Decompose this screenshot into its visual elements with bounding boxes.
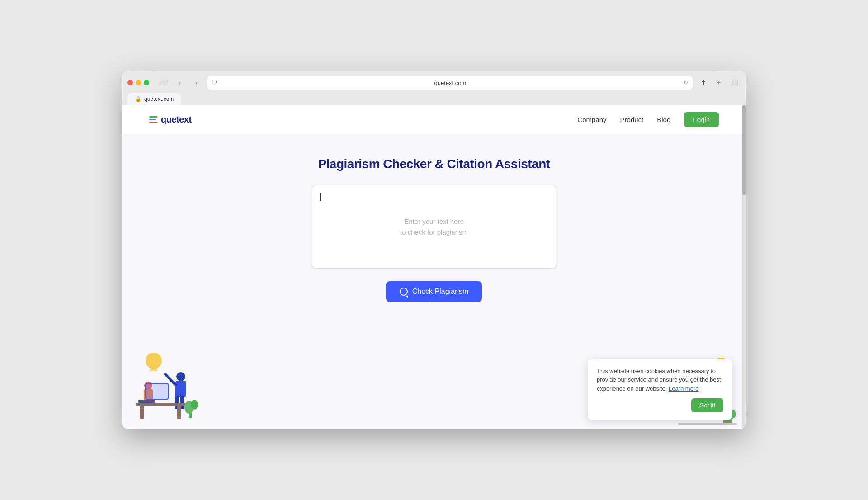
check-plagiarism-button[interactable]: Check Plagiarism xyxy=(386,281,482,302)
svg-rect-38 xyxy=(678,423,737,425)
svg-rect-11 xyxy=(138,400,155,403)
learn-more-link[interactable]: Learn more xyxy=(669,385,698,392)
forward-button[interactable]: › xyxy=(190,76,203,89)
tab-favicon: 🔒 xyxy=(135,96,142,102)
cookie-actions: Got it! xyxy=(597,398,723,412)
search-icon xyxy=(400,288,408,296)
browser-titlebar: ⬜ ‹ › 🛡 quetext.com ↻ ⬆ ＋ ⬜ xyxy=(127,76,741,90)
active-tab[interactable]: 🔒 quetext.com xyxy=(127,93,181,105)
logo-line-2 xyxy=(149,119,156,120)
nav-links: Company Product Blog Login xyxy=(577,112,719,127)
svg-rect-1 xyxy=(150,368,157,371)
svg-point-19 xyxy=(191,400,198,410)
page-title: Plagiarism Checker & Citation Assistant xyxy=(318,157,550,171)
close-traffic-light[interactable] xyxy=(127,80,133,85)
svg-rect-12 xyxy=(136,403,185,406)
got-it-button[interactable]: Got it! xyxy=(691,398,723,412)
traffic-lights xyxy=(127,80,149,85)
navbar: quetext Company Product Blog Login xyxy=(122,105,746,134)
back-button[interactable]: ‹ xyxy=(174,76,186,89)
login-button[interactable]: Login xyxy=(684,112,719,127)
address-bar[interactable]: 🛡 quetext.com ↻ xyxy=(207,76,693,90)
scrollbar[interactable] xyxy=(742,105,746,429)
text-cursor xyxy=(320,193,321,201)
page-content: quetext Company Product Blog Login Plagi… xyxy=(122,105,746,429)
logo-icon xyxy=(149,116,157,123)
svg-rect-13 xyxy=(140,406,144,419)
svg-rect-4 xyxy=(175,381,186,397)
scrollbar-thumb[interactable] xyxy=(742,105,746,195)
logo-text: quetext xyxy=(161,114,192,125)
url-text: quetext.com xyxy=(220,80,681,86)
logo-line-3 xyxy=(149,122,157,123)
browser-window: ⬜ ‹ › 🛡 quetext.com ↻ ⬆ ＋ ⬜ 🔒 quetext.co… xyxy=(122,71,746,429)
browser-tabs: 🔒 quetext.com xyxy=(127,93,741,105)
browser-toolbar-right: ⬆ ＋ ⬜ xyxy=(697,76,741,89)
svg-point-0 xyxy=(146,353,162,369)
check-button-label: Check Plagiarism xyxy=(412,288,468,296)
nav-company[interactable]: Company xyxy=(577,116,606,123)
new-tab-button[interactable]: ＋ xyxy=(712,76,725,89)
text-input-area[interactable]: Enter your text here to check for plagia… xyxy=(312,185,556,269)
reload-icon[interactable]: ↻ xyxy=(684,80,688,86)
security-shield-icon: 🛡 xyxy=(212,80,217,86)
svg-point-2 xyxy=(176,372,185,381)
svg-rect-15 xyxy=(146,383,168,399)
main-content: Plagiarism Checker & Citation Assistant … xyxy=(122,134,746,429)
logo-line-1 xyxy=(149,116,157,118)
cookie-banner: This website uses cookies when necessary… xyxy=(588,359,732,420)
cookie-text: This website uses cookies when necessary… xyxy=(597,367,723,393)
svg-rect-14 xyxy=(177,406,181,419)
tabs-overview-button[interactable]: ⬜ xyxy=(728,76,741,89)
illustration-left xyxy=(122,349,201,429)
minimize-traffic-light[interactable] xyxy=(136,80,141,85)
tab-title: quetext.com xyxy=(144,96,174,102)
share-button[interactable]: ⬆ xyxy=(697,76,710,89)
nav-blog[interactable]: Blog xyxy=(657,116,670,123)
textarea-placeholder: Enter your text here to check for plagia… xyxy=(400,216,468,238)
nav-product[interactable]: Product xyxy=(620,116,644,123)
sidebar-toggle-button[interactable]: ⬜ xyxy=(157,76,170,89)
maximize-traffic-light[interactable] xyxy=(144,80,149,85)
logo[interactable]: quetext xyxy=(149,114,192,125)
browser-chrome: ⬜ ‹ › 🛡 quetext.com ↻ ⬆ ＋ ⬜ 🔒 quetext.co… xyxy=(122,71,746,105)
browser-actions: ⬜ ‹ › xyxy=(157,76,203,89)
